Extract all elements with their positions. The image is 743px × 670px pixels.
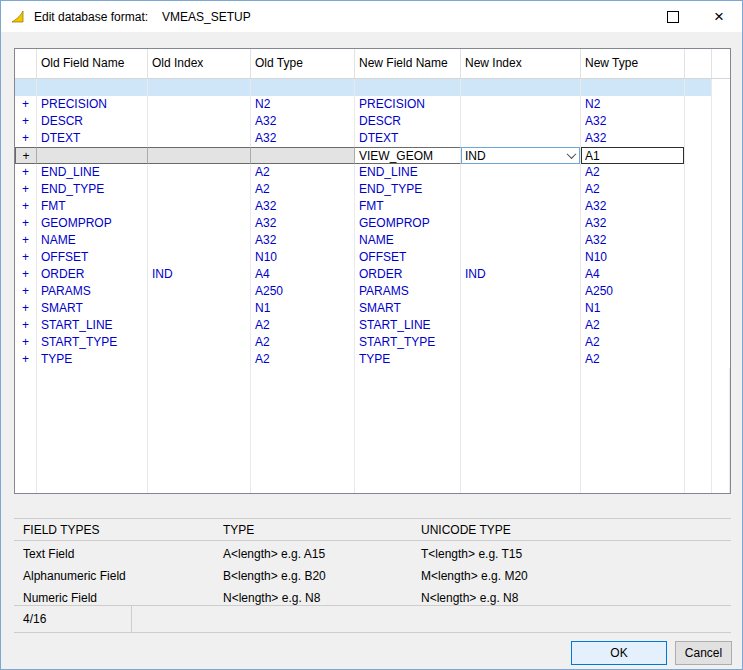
maximize-icon	[667, 11, 679, 23]
cell-filler-end	[712, 113, 730, 130]
legend-text-field: Text Field	[23, 547, 74, 561]
legend-divider-top	[14, 518, 731, 519]
chevron-down-icon[interactable]	[563, 148, 579, 163]
cell-old-type: A2	[251, 334, 355, 351]
cell-plus: +	[15, 164, 37, 181]
cell-old-index	[148, 147, 251, 164]
cell-plus: +	[15, 334, 37, 351]
cell-filler	[685, 79, 712, 96]
cell-plus: +	[15, 317, 37, 334]
grid-row-PARAMS[interactable]: +PARAMSA250PARAMSA250	[15, 283, 730, 300]
legend-alphanumeric-unicode: M<length> e.g. M20	[421, 569, 528, 583]
grid-row-OFFSET[interactable]: +OFFSETN10OFFSETN10	[15, 249, 730, 266]
grid-row-TYPE[interactable]: +TYPEA2TYPEA2	[15, 351, 730, 368]
cell-new-index	[461, 181, 581, 198]
status-divider-bottom	[14, 632, 731, 633]
caption-buttons: ×	[650, 1, 742, 32]
cell-plus: +	[15, 147, 37, 164]
grid-row-DESCR[interactable]: +DESCRA32DESCRA32	[15, 113, 730, 130]
cell-filler	[685, 130, 712, 147]
empty-cell	[37, 368, 148, 493]
cell-old-name: NAME	[37, 232, 148, 249]
cell-new-name: DTEXT	[355, 130, 461, 147]
cell-filler-end	[712, 266, 730, 283]
legend-header-unicode-type: UNICODE TYPE	[421, 523, 511, 537]
cell-new-name: GEOMPROP	[355, 215, 461, 232]
cell-filler-end	[712, 147, 730, 164]
cell-old-name: PRECISION	[37, 96, 148, 113]
cell-new-name: PARAMS	[355, 283, 461, 300]
cell-old-name: TYPE	[37, 351, 148, 368]
cell-new-index: IND	[461, 147, 581, 164]
cell-old-type: A2	[251, 164, 355, 181]
cell-new-name: OFFSET	[355, 249, 461, 266]
cell-old-index	[148, 351, 251, 368]
empty-cell	[461, 368, 581, 493]
cell-new-type	[581, 79, 685, 96]
grid-row-START_LINE[interactable]: +START_LINEA2START_LINEA2	[15, 317, 730, 334]
legend-alphanumeric-type: B<length> e.g. B20	[223, 569, 326, 583]
new-index-combobox[interactable]: IND	[461, 147, 580, 164]
cell-filler	[685, 266, 712, 283]
cell-new-index: IND	[461, 266, 581, 283]
cell-new-type: A2	[581, 181, 685, 198]
cell-filler-end	[712, 215, 730, 232]
new-type-input[interactable]	[581, 147, 684, 164]
legend-numeric-unicode: N<length> e.g. N8	[421, 591, 518, 605]
cell-old-index	[148, 113, 251, 130]
cell-new-index	[461, 283, 581, 300]
cell-new-index	[461, 215, 581, 232]
grid-row-NAME[interactable]: +NAMEA32NAMEA32	[15, 232, 730, 249]
grid-row-ORDER[interactable]: +ORDERINDA4ORDERINDA4	[15, 266, 730, 283]
grid-row-END_TYPE[interactable]: +END_TYPEA2END_TYPEA2	[15, 181, 730, 198]
ok-button[interactable]: OK	[571, 641, 667, 665]
cell-old-type: A2	[251, 317, 355, 334]
header-new-field-name[interactable]: New Field Name	[355, 49, 461, 78]
close-icon: ×	[714, 8, 724, 25]
cell-old-index	[148, 317, 251, 334]
grid-row-FMT[interactable]: +FMTA32FMTA32	[15, 198, 730, 215]
cell-new-index	[461, 79, 581, 96]
cell-plus: +	[15, 283, 37, 300]
cell-filler	[685, 96, 712, 113]
grid-row-VIEW_GEOM[interactable]: +VIEW_GEOMIND	[15, 147, 730, 164]
cell-old-name: END_LINE	[37, 164, 148, 181]
cell-filler	[685, 283, 712, 300]
cell-new-type	[581, 147, 685, 164]
cell-old-type: A32	[251, 130, 355, 147]
cell-old-name: OFFSET	[37, 249, 148, 266]
cell-new-name	[355, 79, 461, 96]
record-counter: 4/16	[23, 612, 46, 626]
field-mapping-grid: Old Field Name Old Index Old Type New Fi…	[14, 48, 731, 494]
grid-row-START_TYPE[interactable]: +START_TYPEA2START_TYPEA2	[15, 334, 730, 351]
cell-old-type: A32	[251, 215, 355, 232]
grid-row-DTEXT[interactable]: +DTEXTA32DTEXTA32	[15, 130, 730, 147]
maximize-button[interactable]	[650, 1, 696, 32]
cell-plus: +	[15, 266, 37, 283]
header-new-index[interactable]: New Index	[461, 49, 581, 78]
close-button[interactable]: ×	[696, 1, 742, 32]
grid-header: Old Field Name Old Index Old Type New Fi…	[15, 49, 730, 79]
header-filler	[685, 49, 712, 78]
cell-plus: +	[15, 249, 37, 266]
cancel-button[interactable]: Cancel	[675, 641, 732, 665]
cell-old-type: A250	[251, 283, 355, 300]
cell-old-name: END_TYPE	[37, 181, 148, 198]
window-title: Edit database format:	[34, 10, 148, 24]
header-old-type[interactable]: Old Type	[251, 49, 355, 78]
grid-row-SMART[interactable]: +SMARTN1SMARTN1	[15, 300, 730, 317]
empty-cell	[148, 368, 251, 493]
header-new-type[interactable]: New Type	[581, 49, 685, 78]
cell-old-type: A2	[251, 181, 355, 198]
header-old-field-name[interactable]: Old Field Name	[37, 49, 148, 78]
grid-row-PRECISION[interactable]: +PRECISIONN2PRECISIONN2	[15, 96, 730, 113]
cell-plus: +	[15, 96, 37, 113]
legend-numeric-field: Numeric Field	[23, 591, 97, 605]
grid-row-END_LINE[interactable]: +END_LINEA2END_LINEA2	[15, 164, 730, 181]
cell-new-type: A4	[581, 266, 685, 283]
grid-row-selected[interactable]	[15, 79, 730, 96]
grid-row-GEOMPROP[interactable]: +GEOMPROPA32GEOMPROPA32	[15, 215, 730, 232]
cell-old-type: A32	[251, 198, 355, 215]
header-old-index[interactable]: Old Index	[148, 49, 251, 78]
cell-old-index	[148, 215, 251, 232]
